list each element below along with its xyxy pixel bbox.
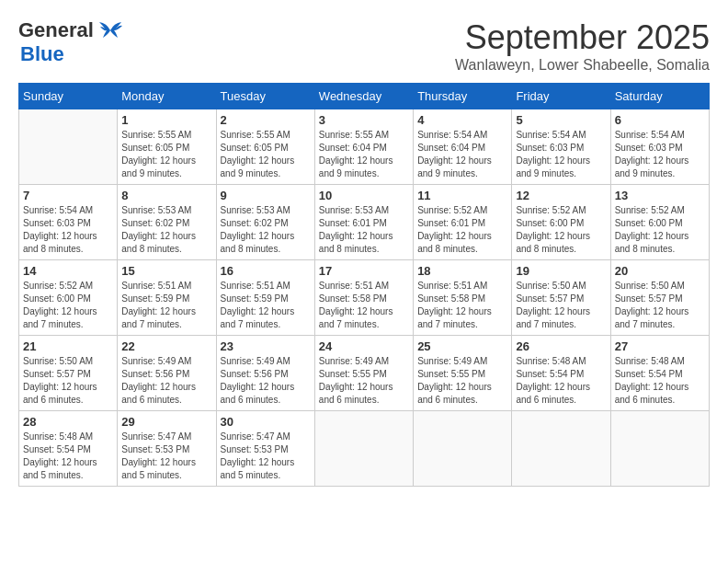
- calendar-cell: 4Sunrise: 5:54 AM Sunset: 6:04 PM Daylig…: [414, 109, 512, 185]
- day-info: Sunrise: 5:49 AM Sunset: 5:55 PM Dayligh…: [417, 355, 507, 407]
- day-number: 6: [615, 113, 705, 127]
- calendar-cell: 8Sunrise: 5:53 AM Sunset: 6:02 PM Daylig…: [118, 185, 216, 260]
- column-header-thursday: Thursday: [414, 84, 512, 109]
- day-number: 21: [23, 339, 113, 353]
- day-info: Sunrise: 5:51 AM Sunset: 5:58 PM Dayligh…: [319, 280, 409, 331]
- calendar-cell: 13Sunrise: 5:52 AM Sunset: 6:00 PM Dayli…: [610, 185, 709, 260]
- day-number: 14: [23, 264, 113, 278]
- day-number: 26: [516, 339, 606, 353]
- calendar-cell: 14Sunrise: 5:52 AM Sunset: 6:00 PM Dayli…: [19, 260, 118, 336]
- day-number: 27: [615, 339, 705, 353]
- calendar-cell: 23Sunrise: 5:49 AM Sunset: 5:56 PM Dayli…: [216, 336, 314, 411]
- calendar-cell: 10Sunrise: 5:53 AM Sunset: 6:01 PM Dayli…: [314, 185, 413, 260]
- day-info: Sunrise: 5:52 AM Sunset: 6:01 PM Dayligh…: [417, 204, 507, 256]
- calendar-cell: 11Sunrise: 5:52 AM Sunset: 6:01 PM Dayli…: [414, 185, 512, 260]
- column-header-tuesday: Tuesday: [216, 84, 314, 109]
- day-info: Sunrise: 5:48 AM Sunset: 5:54 PM Dayligh…: [615, 355, 705, 407]
- day-info: Sunrise: 5:51 AM Sunset: 5:58 PM Dayligh…: [417, 280, 507, 331]
- column-header-saturday: Saturday: [610, 84, 709, 109]
- calendar-cell: 5Sunrise: 5:54 AM Sunset: 6:03 PM Daylig…: [512, 109, 610, 185]
- calendar-cell: [314, 411, 413, 487]
- day-number: 5: [516, 113, 606, 127]
- day-info: Sunrise: 5:54 AM Sunset: 6:04 PM Dayligh…: [417, 129, 507, 180]
- day-info: Sunrise: 5:51 AM Sunset: 5:59 PM Dayligh…: [121, 280, 211, 331]
- day-number: 2: [221, 113, 311, 127]
- calendar-cell: 21Sunrise: 5:50 AM Sunset: 5:57 PM Dayli…: [19, 336, 118, 411]
- calendar-cell: 9Sunrise: 5:53 AM Sunset: 6:02 PM Daylig…: [216, 185, 314, 260]
- calendar-cell: 2Sunrise: 5:55 AM Sunset: 6:05 PM Daylig…: [216, 109, 314, 185]
- day-number: 1: [121, 113, 211, 127]
- day-info: Sunrise: 5:51 AM Sunset: 5:59 PM Dayligh…: [221, 280, 311, 331]
- calendar-week-row: 14Sunrise: 5:52 AM Sunset: 6:00 PM Dayli…: [19, 260, 710, 336]
- logo-blue-text: Blue: [20, 42, 64, 66]
- day-info: Sunrise: 5:47 AM Sunset: 5:53 PM Dayligh…: [121, 431, 211, 482]
- day-number: 13: [615, 189, 705, 202]
- day-info: Sunrise: 5:50 AM Sunset: 5:57 PM Dayligh…: [23, 355, 113, 407]
- day-number: 22: [121, 339, 211, 353]
- day-number: 25: [417, 339, 507, 353]
- day-info: Sunrise: 5:55 AM Sunset: 6:04 PM Dayligh…: [319, 129, 409, 180]
- day-info: Sunrise: 5:52 AM Sunset: 6:00 PM Dayligh…: [615, 204, 705, 256]
- calendar-cell: 3Sunrise: 5:55 AM Sunset: 6:04 PM Daylig…: [314, 109, 413, 185]
- day-number: 19: [516, 264, 606, 278]
- day-info: Sunrise: 5:54 AM Sunset: 6:03 PM Dayligh…: [516, 129, 606, 180]
- day-info: Sunrise: 5:53 AM Sunset: 6:02 PM Dayligh…: [221, 204, 311, 256]
- day-number: 28: [23, 415, 113, 429]
- day-info: Sunrise: 5:55 AM Sunset: 6:05 PM Dayligh…: [121, 129, 211, 180]
- calendar-cell: 7Sunrise: 5:54 AM Sunset: 6:03 PM Daylig…: [19, 185, 118, 260]
- logo: General Blue: [18, 18, 123, 66]
- page-header: General Blue September 2025 Wanlaweyn, L…: [18, 18, 710, 74]
- column-header-friday: Friday: [512, 84, 610, 109]
- calendar-cell: 1Sunrise: 5:55 AM Sunset: 6:05 PM Daylig…: [118, 109, 216, 185]
- calendar-table: SundayMondayTuesdayWednesdayThursdayFrid…: [18, 83, 710, 487]
- day-info: Sunrise: 5:54 AM Sunset: 6:03 PM Dayligh…: [615, 129, 705, 180]
- day-number: 10: [319, 189, 409, 202]
- day-number: 23: [221, 339, 311, 353]
- day-number: 16: [221, 264, 311, 278]
- day-info: Sunrise: 5:53 AM Sunset: 6:01 PM Dayligh…: [319, 204, 409, 256]
- calendar-cell: 24Sunrise: 5:49 AM Sunset: 5:55 PM Dayli…: [314, 336, 413, 411]
- calendar-cell: 30Sunrise: 5:47 AM Sunset: 5:53 PM Dayli…: [216, 411, 314, 487]
- location-title: Wanlaweyn, Lower Shabeelle, Somalia: [455, 57, 710, 74]
- calendar-week-row: 7Sunrise: 5:54 AM Sunset: 6:03 PM Daylig…: [19, 185, 710, 260]
- day-info: Sunrise: 5:50 AM Sunset: 5:57 PM Dayligh…: [615, 280, 705, 331]
- calendar-cell: 27Sunrise: 5:48 AM Sunset: 5:54 PM Dayli…: [610, 336, 709, 411]
- calendar-cell: 25Sunrise: 5:49 AM Sunset: 5:55 PM Dayli…: [414, 336, 512, 411]
- calendar-cell: 16Sunrise: 5:51 AM Sunset: 5:59 PM Dayli…: [216, 260, 314, 336]
- day-info: Sunrise: 5:53 AM Sunset: 6:02 PM Dayligh…: [121, 204, 211, 256]
- calendar-cell: 29Sunrise: 5:47 AM Sunset: 5:53 PM Dayli…: [118, 411, 216, 487]
- month-title: September 2025: [455, 18, 710, 57]
- day-number: 3: [319, 113, 409, 127]
- calendar-header-row: SundayMondayTuesdayWednesdayThursdayFrid…: [19, 84, 710, 109]
- calendar-cell: 26Sunrise: 5:48 AM Sunset: 5:54 PM Dayli…: [512, 336, 610, 411]
- calendar-cell: 22Sunrise: 5:49 AM Sunset: 5:56 PM Dayli…: [118, 336, 216, 411]
- day-info: Sunrise: 5:50 AM Sunset: 5:57 PM Dayligh…: [516, 280, 606, 331]
- day-number: 12: [516, 189, 606, 202]
- calendar-cell: 28Sunrise: 5:48 AM Sunset: 5:54 PM Dayli…: [19, 411, 118, 487]
- day-number: 11: [417, 189, 507, 202]
- day-number: 30: [221, 415, 311, 429]
- day-info: Sunrise: 5:49 AM Sunset: 5:56 PM Dayligh…: [121, 355, 211, 407]
- calendar-cell: [610, 411, 709, 487]
- calendar-cell: 18Sunrise: 5:51 AM Sunset: 5:58 PM Dayli…: [414, 260, 512, 336]
- day-info: Sunrise: 5:48 AM Sunset: 5:54 PM Dayligh…: [516, 355, 606, 407]
- day-info: Sunrise: 5:52 AM Sunset: 6:00 PM Dayligh…: [23, 280, 113, 331]
- day-number: 29: [121, 415, 211, 429]
- column-header-sunday: Sunday: [19, 84, 118, 109]
- calendar-week-row: 1Sunrise: 5:55 AM Sunset: 6:05 PM Daylig…: [19, 109, 710, 185]
- calendar-cell: 17Sunrise: 5:51 AM Sunset: 5:58 PM Dayli…: [314, 260, 413, 336]
- day-info: Sunrise: 5:54 AM Sunset: 6:03 PM Dayligh…: [23, 204, 113, 256]
- title-block: September 2025 Wanlaweyn, Lower Shabeell…: [455, 18, 710, 74]
- calendar-cell: 19Sunrise: 5:50 AM Sunset: 5:57 PM Dayli…: [512, 260, 610, 336]
- logo-general-text: General: [18, 18, 94, 42]
- day-number: 4: [417, 113, 507, 127]
- calendar-cell: [414, 411, 512, 487]
- day-number: 20: [615, 264, 705, 278]
- day-number: 24: [319, 339, 409, 353]
- day-number: 17: [319, 264, 409, 278]
- day-info: Sunrise: 5:49 AM Sunset: 5:56 PM Dayligh…: [221, 355, 311, 407]
- day-info: Sunrise: 5:48 AM Sunset: 5:54 PM Dayligh…: [23, 431, 113, 482]
- calendar-cell: [512, 411, 610, 487]
- column-header-wednesday: Wednesday: [314, 84, 413, 109]
- day-info: Sunrise: 5:49 AM Sunset: 5:55 PM Dayligh…: [319, 355, 409, 407]
